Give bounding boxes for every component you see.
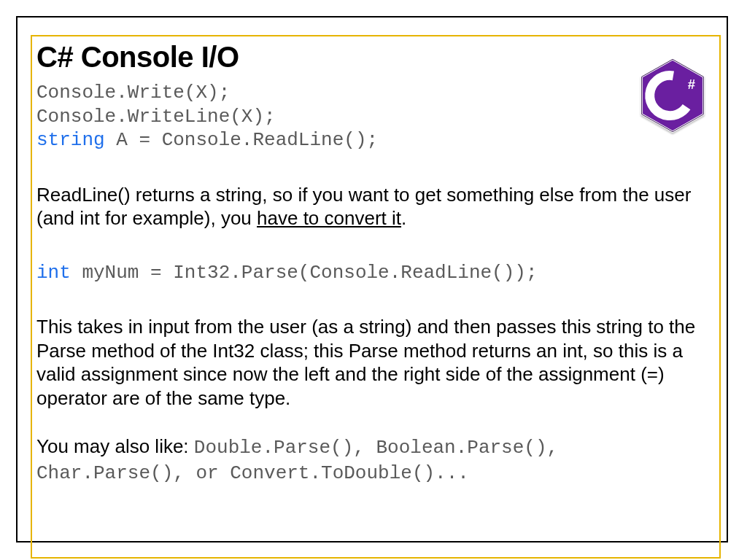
code-text: A = Console.ReadLine(); [105,129,378,151]
code-line: Console.WriteLine(X); [36,105,715,129]
code-line: string A = Console.ReadLine(); [36,128,715,152]
paragraph-2: This takes in input from the user (as a … [36,315,715,410]
text: . [401,207,406,229]
keyword-string: string [36,129,105,151]
code-line: Console.Write(X); [36,81,715,105]
code-block-1: Console.Write(X); Console.WriteLine(X); … [36,81,715,152]
paragraph-3: You may also like: Double.Parse(), Boole… [36,435,715,485]
code-block-2: int myNum = Int32.Parse(Console.ReadLine… [36,261,715,285]
keyword-int: int [36,262,71,284]
slide-content: C# Console I/O Console.Write(X); Console… [36,41,715,485]
text: You may also like: [36,435,194,457]
underlined-text: have to convert it [257,207,401,229]
paragraph-1: ReadLine() returns a string, so if you w… [36,183,715,230]
code-text: myNum = Int32.Parse(Console.ReadLine()); [71,262,538,284]
page-title: C# Console I/O [36,41,715,74]
